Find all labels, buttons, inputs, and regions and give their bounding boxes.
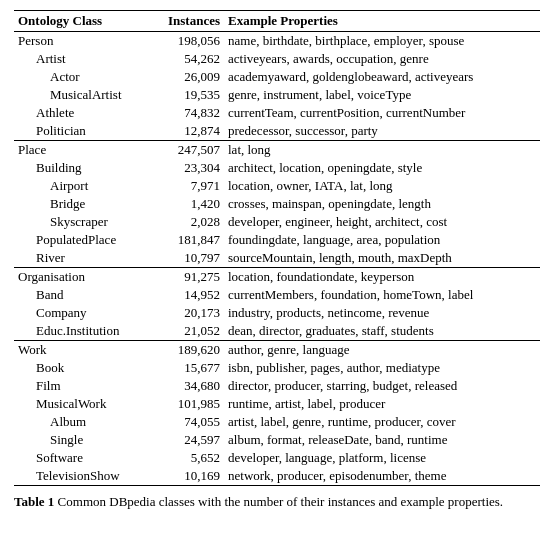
caption-label: Table 1 <box>14 494 54 509</box>
cell-class: Company <box>14 304 144 322</box>
cell-properties: activeyears, awards, occupation, genre <box>224 50 540 68</box>
cell-instances: 26,009 <box>144 68 224 86</box>
cell-class: Single <box>14 431 144 449</box>
cell-class: Airport <box>14 177 144 195</box>
cell-properties: genre, instrument, label, voiceType <box>224 86 540 104</box>
cell-properties: developer, language, platform, license <box>224 449 540 467</box>
cell-class: Software <box>14 449 144 467</box>
cell-class: Album <box>14 413 144 431</box>
cell-properties: runtime, artist, label, producer <box>224 395 540 413</box>
cell-properties: network, producer, episodenumber, theme <box>224 467 540 486</box>
cell-properties: lat, long <box>224 141 540 160</box>
header-instances: Instances <box>144 11 224 32</box>
cell-instances: 1,420 <box>144 195 224 213</box>
table-row: Athlete74,832currentTeam, currentPositio… <box>14 104 540 122</box>
class-name: Single <box>18 432 83 447</box>
cell-class: Film <box>14 377 144 395</box>
class-name: Film <box>18 378 61 393</box>
cell-instances: 189,620 <box>144 341 224 360</box>
cell-class: Work <box>14 341 144 360</box>
class-name: Band <box>18 287 63 302</box>
cell-properties: architect, location, openingdate, style <box>224 159 540 177</box>
table-row: River10,797sourceMountain, length, mouth… <box>14 249 540 268</box>
cell-class: MusicalArtist <box>14 86 144 104</box>
class-name: PopulatedPlace <box>18 232 116 247</box>
table-row: Single24,597album, format, releaseDate, … <box>14 431 540 449</box>
cell-instances: 24,597 <box>144 431 224 449</box>
table-row: Software5,652developer, language, platfo… <box>14 449 540 467</box>
table-row: Place247,507lat, long <box>14 141 540 160</box>
class-name: MusicalArtist <box>18 87 122 102</box>
cell-properties: director, producer, starring, budget, re… <box>224 377 540 395</box>
table-row: Airport7,971location, owner, IATA, lat, … <box>14 177 540 195</box>
cell-instances: 54,262 <box>144 50 224 68</box>
class-name: Software <box>18 450 83 465</box>
table-row: Organisation91,275location, foundationda… <box>14 268 540 287</box>
table-row: MusicalArtist19,535genre, instrument, la… <box>14 86 540 104</box>
cell-instances: 34,680 <box>144 377 224 395</box>
cell-class: Skyscraper <box>14 213 144 231</box>
cell-instances: 12,874 <box>144 122 224 141</box>
cell-properties: author, genre, language <box>224 341 540 360</box>
table-caption: Table 1 Common DBpedia classes with the … <box>14 494 540 510</box>
cell-class: TelevisionShow <box>14 467 144 486</box>
cell-instances: 10,797 <box>144 249 224 268</box>
class-name: Artist <box>18 51 66 66</box>
cell-instances: 247,507 <box>144 141 224 160</box>
class-name: River <box>18 250 65 265</box>
class-name: Politician <box>18 123 86 138</box>
table-row: PopulatedPlace181,847foundingdate, langu… <box>14 231 540 249</box>
cell-properties: location, foundationdate, keyperson <box>224 268 540 287</box>
header-class: Ontology Class <box>14 11 144 32</box>
cell-properties: name, birthdate, birthplace, employer, s… <box>224 32 540 51</box>
table-row: Person198,056name, birthdate, birthplace… <box>14 32 540 51</box>
cell-class: Politician <box>14 122 144 141</box>
cell-properties: crosses, mainspan, openingdate, length <box>224 195 540 213</box>
cell-properties: developer, engineer, height, architect, … <box>224 213 540 231</box>
table-row: Company20,173industry, products, netinco… <box>14 304 540 322</box>
class-name: TelevisionShow <box>18 468 120 483</box>
cell-instances: 14,952 <box>144 286 224 304</box>
cell-instances: 23,304 <box>144 159 224 177</box>
class-name: Building <box>18 160 82 175</box>
class-name: Place <box>18 142 46 157</box>
class-name: Album <box>18 414 86 429</box>
cell-instances: 15,677 <box>144 359 224 377</box>
class-name: Book <box>18 360 64 375</box>
cell-instances: 21,052 <box>144 322 224 341</box>
cell-class: Person <box>14 32 144 51</box>
cell-properties: dean, director, graduates, staff, studen… <box>224 322 540 341</box>
cell-properties: currentMembers, foundation, homeTown, la… <box>224 286 540 304</box>
table-row: Band14,952currentMembers, foundation, ho… <box>14 286 540 304</box>
table-row: Building23,304architect, location, openi… <box>14 159 540 177</box>
table-row: Skyscraper2,028developer, engineer, heig… <box>14 213 540 231</box>
class-name: Athlete <box>18 105 74 120</box>
table-row: Politician12,874predecessor, successor, … <box>14 122 540 141</box>
table-row: MusicalWork101,985runtime, artist, label… <box>14 395 540 413</box>
cell-instances: 91,275 <box>144 268 224 287</box>
class-name: Airport <box>18 178 88 193</box>
class-name: MusicalWork <box>18 396 106 411</box>
cell-class: Band <box>14 286 144 304</box>
cell-instances: 5,652 <box>144 449 224 467</box>
cell-properties: sourceMountain, length, mouth, maxDepth <box>224 249 540 268</box>
cell-properties: foundingdate, language, area, population <box>224 231 540 249</box>
class-name: Educ.Institution <box>18 323 119 338</box>
cell-class: Building <box>14 159 144 177</box>
cell-properties: album, format, releaseDate, band, runtim… <box>224 431 540 449</box>
cell-class: Book <box>14 359 144 377</box>
table-row: TelevisionShow10,169network, producer, e… <box>14 467 540 486</box>
cell-class: Educ.Institution <box>14 322 144 341</box>
cell-class: MusicalWork <box>14 395 144 413</box>
cell-class: Bridge <box>14 195 144 213</box>
cell-instances: 2,028 <box>144 213 224 231</box>
class-name: Company <box>18 305 87 320</box>
cell-class: River <box>14 249 144 268</box>
header-properties: Example Properties <box>224 11 540 32</box>
cell-instances: 19,535 <box>144 86 224 104</box>
table-row: Film34,680director, producer, starring, … <box>14 377 540 395</box>
table-row: Book15,677isbn, publisher, pages, author… <box>14 359 540 377</box>
class-name: Person <box>18 33 53 48</box>
cell-instances: 7,971 <box>144 177 224 195</box>
class-name: Work <box>18 342 47 357</box>
